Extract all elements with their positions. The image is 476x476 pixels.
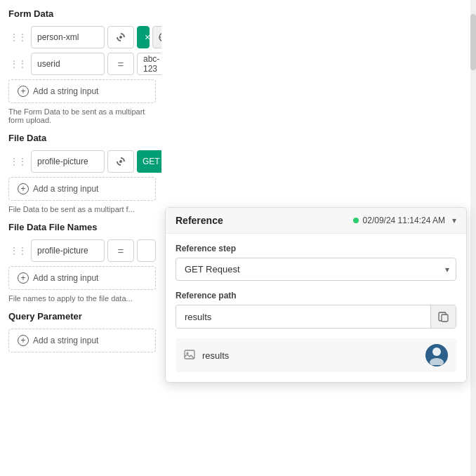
drag-handle-file-1[interactable]: ⋮⋮ [8,155,28,168]
result-avatar [425,344,448,366]
scrollbar[interactable] [470,0,476,476]
add-string-label-form-data: Add a string input [33,86,98,96]
operator-equals-2: = [107,53,134,75]
plus-circle-icon-names: + [18,272,29,284]
value-get-request-text: GET Request | results [143,157,161,166]
popup-chevron-icon[interactable]: ▾ [452,216,456,225]
add-string-input-form-data[interactable]: + Add a string input [8,79,156,103]
main-panel: Form Data ⋮⋮ person-xml JavaScript Objec… [0,0,161,476]
popup-timestamp-area: 02/09/24 11:14:24 AM ▾ [353,216,456,225]
add-string-label-file-names: Add a string input [33,273,98,283]
form-data-desc: The Form Data to be sent as a multipart … [8,107,156,124]
result-image-icon [184,350,195,362]
field-profile-pic-name[interactable]: profile-picture [31,239,105,262]
value-js-to-xml[interactable]: JavaScript Object to XML | ... × [137,26,150,48]
reference-step-label: Reference step [176,244,456,253]
svg-rect-22 [442,315,448,322]
result-item-label: results [202,350,229,361]
query-param-section: Query Parameter + Add a string input [8,311,156,352]
plus-circle-icon-query: + [18,335,29,346]
field-person-xml[interactable]: person-xml [31,26,105,48]
field-profile-pic[interactable]: profile-picture [31,150,105,173]
form-data-row-1: ⋮⋮ person-xml JavaScript Object to XML |… [8,26,156,48]
popup-timestamp-text: 02/09/24 11:14:24 AM [363,216,445,225]
add-string-input-query[interactable]: + Add a string input [8,329,156,352]
result-item[interactable]: results [176,338,456,372]
settings-button-1[interactable] [152,26,161,48]
svg-point-26 [430,358,444,365]
value-name-empty[interactable] [137,239,156,262]
file-data-names-title: File Data File Names [8,222,156,232]
add-string-label-file-data: Add a string input [33,184,98,194]
reference-step-select-wrapper: GET Request ▾ [176,258,456,281]
drag-handle-icon-2[interactable]: ⋮⋮ [8,58,28,70]
plus-circle-icon-file: + [18,183,29,194]
form-data-section: Form Data ⋮⋮ person-xml JavaScript Objec… [8,8,156,124]
reference-popup: Reference 02/09/24 11:14:24 AM ▾ Referen… [165,207,467,383]
value-abc123[interactable]: abc-123 [137,53,161,75]
drag-handle-icon[interactable]: ⋮⋮ [8,31,28,44]
reference-path-input[interactable] [176,306,430,328]
file-data-names-section: File Data File Names ⋮⋮ profile-picture … [8,222,156,303]
operator-equals-name: = [107,239,134,262]
status-green-dot [353,218,359,223]
file-names-desc: File names to apply to the file data... [8,294,156,303]
copy-path-button[interactable] [430,305,456,328]
file-data-section: File Data ⋮⋮ profile-picture GET Request… [8,133,156,213]
form-data-title: Form Data [8,8,156,19]
drag-handle-names-1[interactable]: ⋮⋮ [8,244,28,257]
svg-point-24 [187,352,189,354]
reference-path-input-wrapper [176,305,456,329]
scrollbar-thumb[interactable] [470,14,476,70]
popup-header: Reference 02/09/24 11:14:24 AM ▾ [166,208,466,234]
popup-body: Reference step GET Request ▾ Reference p… [166,234,466,382]
reference-step-select[interactable]: GET Request [176,258,456,281]
file-names-row-1: ⋮⋮ profile-picture = [8,239,156,262]
operator-link-icon [107,26,134,48]
value-get-request[interactable]: GET Request | results [137,150,161,173]
add-string-label-query: Add a string input [33,336,98,345]
popup-title: Reference [176,215,223,226]
add-string-input-file-names[interactable]: + Add a string input [8,266,156,290]
plus-circle-icon: + [18,86,29,97]
field-userid[interactable]: userid [31,53,105,75]
query-param-title: Query Parameter [8,311,156,322]
file-data-row-1: ⋮⋮ profile-picture GET Request | results [8,150,156,173]
svg-point-25 [432,348,441,356]
file-data-desc: File Data to be sent as a multipart f... [8,205,156,213]
operator-link-file [107,150,134,173]
file-data-title: File Data [8,133,156,143]
add-string-input-file-data[interactable]: + Add a string input [8,177,156,201]
close-value-button[interactable]: × [143,32,152,42]
reference-path-label: Reference path [176,291,456,300]
form-data-row-2: ⋮⋮ userid = abc-123 [8,53,156,75]
